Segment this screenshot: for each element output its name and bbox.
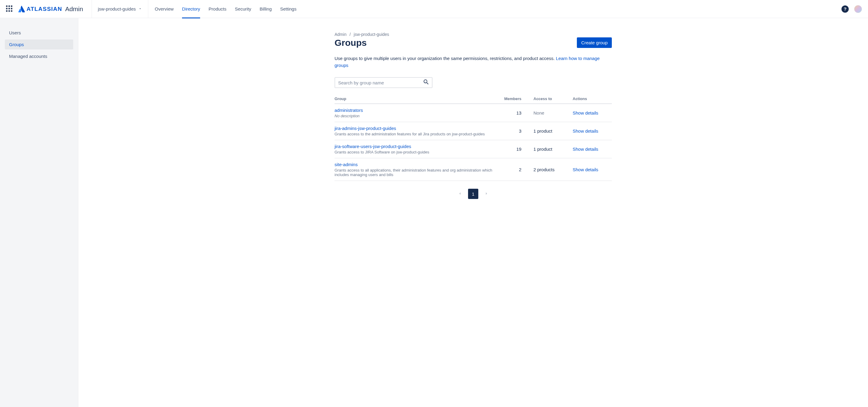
show-details-link[interactable]: Show details xyxy=(572,167,598,172)
avatar[interactable] xyxy=(854,5,862,13)
th-group: Group xyxy=(335,96,497,104)
nav-directory[interactable]: Directory xyxy=(182,0,200,18)
app-switcher-icon[interactable] xyxy=(6,5,13,13)
brand-suffix: Admin xyxy=(65,5,83,13)
group-name-link[interactable]: jira-admins-jsw-product-guides xyxy=(335,126,494,131)
th-members: Members xyxy=(497,96,533,104)
cell-actions: Show details xyxy=(572,104,612,122)
breadcrumb: Admin / jsw-product-guides xyxy=(335,32,612,37)
cell-members: 19 xyxy=(497,140,533,158)
th-access: Access to xyxy=(533,96,572,104)
search-box xyxy=(335,77,433,88)
page-description-text: Use groups to give multiple users in you… xyxy=(335,56,556,61)
group-description: Grants access to all applications, their… xyxy=(335,168,494,177)
nav-settings[interactable]: Settings xyxy=(280,0,297,18)
cell-access: None xyxy=(533,104,572,122)
cell-group: jira-admins-jsw-product-guidesGrants acc… xyxy=(335,122,497,140)
org-switcher-label: jsw-product-guides xyxy=(98,6,136,11)
group-description: Grants access to the administration feat… xyxy=(335,132,494,136)
table-row: site-adminsGrants access to all applicat… xyxy=(335,158,612,181)
table-row: jira-software-users-jsw-product-guidesGr… xyxy=(335,140,612,158)
pagination: 1 xyxy=(335,189,612,199)
chevron-down-icon xyxy=(138,6,142,11)
nav-security[interactable]: Security xyxy=(235,0,251,18)
group-description: No description xyxy=(335,114,494,118)
sidebar-item-managed-accounts[interactable]: Managed accounts xyxy=(5,51,73,61)
show-details-link[interactable]: Show details xyxy=(572,111,598,116)
cell-actions: Show details xyxy=(572,140,612,158)
pagination-page-1[interactable]: 1 xyxy=(468,189,478,199)
cell-members: 13 xyxy=(497,104,533,122)
help-icon[interactable]: ? xyxy=(841,5,849,13)
search-icon[interactable] xyxy=(423,79,430,87)
brand-name: ATLASSIAN xyxy=(27,6,62,12)
chevron-right-icon xyxy=(484,191,489,197)
show-details-link[interactable]: Show details xyxy=(572,147,598,152)
table-row: jira-admins-jsw-product-guidesGrants acc… xyxy=(335,122,612,140)
nav-billing[interactable]: Billing xyxy=(259,0,272,18)
cell-group: administratorsNo description xyxy=(335,104,497,122)
show-details-link[interactable]: Show details xyxy=(572,128,598,133)
pagination-prev[interactable] xyxy=(455,189,465,199)
group-description: Grants access to JIRA Software on jsw-pr… xyxy=(335,150,494,154)
cell-members: 3 xyxy=(497,122,533,140)
brand[interactable]: ATLASSIAN Admin xyxy=(18,5,83,13)
nav-overview[interactable]: Overview xyxy=(155,0,174,18)
sidebar-item-users[interactable]: Users xyxy=(5,28,73,38)
breadcrumb-org[interactable]: jsw-product-guides xyxy=(354,32,390,37)
cell-group: jira-software-users-jsw-product-guidesGr… xyxy=(335,140,497,158)
cell-access: 2 products xyxy=(533,158,572,181)
main-content: Admin / jsw-product-guides Groups Create… xyxy=(79,18,868,407)
group-name-link[interactable]: jira-software-users-jsw-product-guides xyxy=(335,144,494,149)
org-switcher[interactable]: jsw-product-guides xyxy=(92,0,148,18)
table-row: administratorsNo description13NoneShow d… xyxy=(335,104,612,122)
primary-nav: Overview Directory Products Security Bil… xyxy=(155,0,297,18)
search-input[interactable] xyxy=(338,80,423,85)
chevron-left-icon xyxy=(458,191,462,197)
cell-group: site-adminsGrants access to all applicat… xyxy=(335,158,497,181)
pagination-next[interactable] xyxy=(481,189,492,199)
page-description: Use groups to give multiple users in you… xyxy=(335,55,612,69)
group-name-link[interactable]: administrators xyxy=(335,107,494,113)
top-nav: ATLASSIAN Admin jsw-product-guides Overv… xyxy=(0,0,868,18)
group-name-link[interactable]: site-admins xyxy=(335,162,494,167)
sidebar-item-groups[interactable]: Groups xyxy=(5,39,73,50)
cell-access: 1 product xyxy=(533,140,572,158)
cell-actions: Show details xyxy=(572,158,612,181)
groups-table: Group Members Access to Actions administ… xyxy=(335,96,612,181)
breadcrumb-admin[interactable]: Admin xyxy=(335,32,347,37)
cell-members: 2 xyxy=(497,158,533,181)
atlassian-logo-icon xyxy=(18,6,25,12)
breadcrumb-separator: / xyxy=(350,32,351,37)
th-actions: Actions xyxy=(572,96,612,104)
create-group-button[interactable]: Create group xyxy=(577,37,612,48)
cell-access: 1 product xyxy=(533,122,572,140)
sidebar: Users Groups Managed accounts xyxy=(0,18,79,407)
nav-products[interactable]: Products xyxy=(209,0,226,18)
cell-actions: Show details xyxy=(572,122,612,140)
page-title: Groups xyxy=(335,38,367,48)
